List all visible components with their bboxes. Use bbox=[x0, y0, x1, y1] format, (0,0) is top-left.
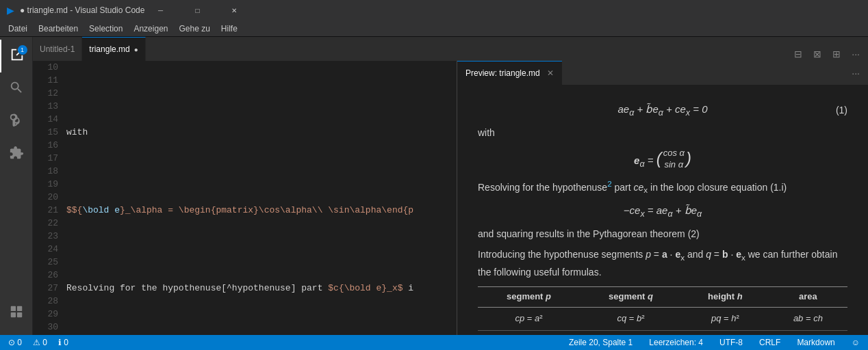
editor-tabs: Untitled-1 triangle.md ● ⊟ ⊠ ⊞ ··· bbox=[33, 37, 868, 61]
preview-eq1-section: aeα + b̃eα + cex = 0 (1) bbox=[478, 101, 847, 120]
preview-resolving-text: Resolving for the hypothenuse2 part cex … bbox=[478, 178, 847, 197]
table-header-h: height h bbox=[682, 287, 769, 308]
preview-squaring-section: and squaring results in the Pythagorean … bbox=[478, 226, 847, 241]
status-smiley[interactable]: ☺ bbox=[849, 338, 863, 347]
editor-area: Untitled-1 triangle.md ● ⊟ ⊠ ⊞ ··· 10 11 bbox=[33, 37, 868, 335]
sidebar-item-remote[interactable] bbox=[0, 297, 33, 329]
activitybar: 1 bbox=[0, 37, 33, 335]
line-numbers: 10 11 12 13 14 15 16 17 18 19 20 21 22 2… bbox=[33, 61, 64, 335]
split-area: 10 11 12 13 14 15 16 17 18 19 20 21 22 2… bbox=[33, 61, 868, 335]
preview-tab-label: Preview: triangle.md bbox=[465, 68, 540, 78]
status-info[interactable]: ℹ 0 bbox=[55, 338, 71, 347]
main-area: 1 Untitled-1 bbox=[0, 37, 868, 335]
explorer-badge: 1 bbox=[18, 45, 27, 55]
extensions-icon bbox=[9, 146, 24, 164]
more-actions-button[interactable]: ··· bbox=[849, 47, 863, 61]
menu-selection[interactable]: Selection bbox=[84, 23, 128, 35]
preview-eq1-number: (1) bbox=[836, 103, 847, 118]
preview-panel: Preview: triangle.md ✕ ··· aeα + b̃eα + … bbox=[457, 61, 868, 335]
table-header-area: area bbox=[769, 287, 847, 308]
menu-hilfe[interactable]: Hilfe bbox=[216, 23, 243, 35]
open-changes-button[interactable]: ⊠ bbox=[810, 47, 824, 61]
preview-table: segment p segment q height h area cp = a… bbox=[478, 286, 847, 331]
table-row: cp = a² cq = b² pq = h² ab = ch bbox=[478, 307, 847, 330]
svg-rect-0 bbox=[10, 306, 15, 310]
menu-bearbeiten[interactable]: Bearbeiten bbox=[33, 23, 84, 35]
menu-gehzu[interactable]: Gehe zu bbox=[173, 23, 215, 35]
preview-tabs: Preview: triangle.md ✕ ··· bbox=[457, 61, 868, 85]
status-sync[interactable]: ⊙ 0 bbox=[5, 338, 25, 347]
code-lines[interactable]: with $${\bold e}_\alpha = \begin{pmatrix… bbox=[64, 61, 457, 335]
svg-rect-1 bbox=[16, 306, 21, 310]
status-warnings[interactable]: ⚠ 0 bbox=[30, 338, 50, 347]
menubar: Datei Bearbeiten Selection Anzeigen Gehe… bbox=[0, 21, 868, 37]
code-line-13: $${\bold e}_\alpha = \begin{pmatrix}\cos… bbox=[66, 204, 457, 217]
close-button[interactable]: ✕ bbox=[218, 0, 250, 21]
table-header-p: segment p bbox=[478, 287, 580, 308]
preview-more-button[interactable]: ··· bbox=[849, 66, 863, 80]
svg-rect-3 bbox=[16, 312, 21, 317]
table-cell-ab: ab = ch bbox=[769, 307, 847, 330]
statusbar-left: ⊙ 0 ⚠ 0 ℹ 0 bbox=[5, 338, 71, 347]
table-header-q: segment q bbox=[580, 287, 682, 308]
maximize-button[interactable]: □ bbox=[181, 0, 213, 21]
sidebar-item-search[interactable] bbox=[0, 72, 33, 105]
minimize-button[interactable]: ─ bbox=[144, 0, 176, 21]
preview-table-section: segment p segment q height h area cp = a… bbox=[478, 286, 847, 331]
tab-modified-dot: ● bbox=[134, 46, 138, 53]
preview-squaring-text: and squaring results in the Pythagorean … bbox=[478, 226, 847, 241]
table-cell-pq: pq = h² bbox=[682, 307, 769, 330]
remote-icon bbox=[9, 304, 24, 323]
preview-resolving-section: Resolving for the hypothenuse2 part cex … bbox=[478, 178, 847, 221]
tab-triangle-md[interactable]: triangle.md ● bbox=[82, 37, 145, 61]
preview-introducing-section: Introducing the hypothenuse segments p =… bbox=[478, 247, 847, 280]
sidebar-item-extensions[interactable] bbox=[0, 138, 33, 171]
app-icon: ▶ bbox=[7, 5, 14, 16]
title-text: ● triangle.md - Visual Studio Code bbox=[20, 5, 144, 15]
statusbar: ⊙ 0 ⚠ 0 ℹ 0 Zeile 20, Spalte 1 Leerzeich… bbox=[0, 335, 868, 350]
preview-with-section: with eα = ( cos α sin α bbox=[478, 125, 847, 172]
preview-tab[interactable]: Preview: triangle.md ✕ bbox=[457, 61, 562, 85]
status-language[interactable]: Markdown bbox=[794, 338, 837, 347]
table-cell-cp: cp = a² bbox=[478, 307, 580, 330]
preview-with-text: with bbox=[478, 125, 847, 140]
preview-tab-actions: ··· bbox=[843, 61, 868, 85]
preview-eq2: eα = ( cos α sin α ) bbox=[634, 146, 691, 172]
code-editor[interactable]: 10 11 12 13 14 15 16 17 18 19 20 21 22 2… bbox=[33, 61, 457, 335]
status-eol[interactable]: CRLF bbox=[756, 338, 783, 347]
code-line-11: with bbox=[66, 126, 457, 139]
code-line-12 bbox=[66, 165, 457, 178]
menu-anzeigen[interactable]: Anzeigen bbox=[128, 23, 173, 35]
tab-untitled[interactable]: Untitled-1 bbox=[33, 37, 82, 61]
sidebar-item-source-control[interactable] bbox=[0, 105, 33, 138]
menu-datei[interactable]: Datei bbox=[3, 23, 33, 35]
code-line-14 bbox=[66, 243, 457, 256]
preview-eq1: aeα + b̃eα + cex = 0 bbox=[617, 101, 707, 120]
split-editor-button[interactable]: ⊟ bbox=[791, 47, 805, 61]
table-cell-cq: cq = b² bbox=[580, 307, 682, 330]
preview-footnote-link[interactable]: 2 bbox=[607, 179, 611, 188]
tab-actions: ⊟ ⊠ ⊞ ··· bbox=[786, 47, 868, 61]
status-position[interactable]: Zeile 20, Spalte 1 bbox=[566, 338, 635, 347]
preview-introducing-text: Introducing the hypothenuse segments p =… bbox=[478, 247, 847, 280]
sidebar-item-explorer[interactable]: 1 bbox=[0, 40, 33, 72]
search-icon bbox=[9, 80, 24, 98]
code-line-15: Resolving for the hypothenuse[^hypothenu… bbox=[66, 282, 457, 295]
status-encoding[interactable]: UTF-8 bbox=[717, 338, 745, 347]
statusbar-right: Zeile 20, Spalte 1 Leerzeichen: 4 UTF-8 … bbox=[566, 338, 863, 347]
preview-eq3: −cex = aeα + b̃eα bbox=[478, 202, 847, 221]
preview-close-button[interactable]: ✕ bbox=[547, 68, 554, 78]
code-line-10 bbox=[66, 87, 457, 100]
code-content[interactable]: 10 11 12 13 14 15 16 17 18 19 20 21 22 2… bbox=[33, 61, 457, 335]
source-control-icon bbox=[9, 113, 24, 131]
tab-label: Untitled-1 bbox=[40, 44, 75, 54]
tab-label: triangle.md bbox=[89, 44, 129, 54]
preview-content: aeα + b̃eα + cex = 0 (1) with eα = bbox=[457, 85, 868, 335]
status-spaces[interactable]: Leerzeichen: 4 bbox=[646, 338, 706, 347]
svg-rect-2 bbox=[10, 312, 15, 317]
titlebar: ▶ ● triangle.md - Visual Studio Code ─ □… bbox=[0, 0, 868, 21]
code-line-16 bbox=[66, 321, 457, 334]
split-right-button[interactable]: ⊞ bbox=[830, 47, 843, 61]
